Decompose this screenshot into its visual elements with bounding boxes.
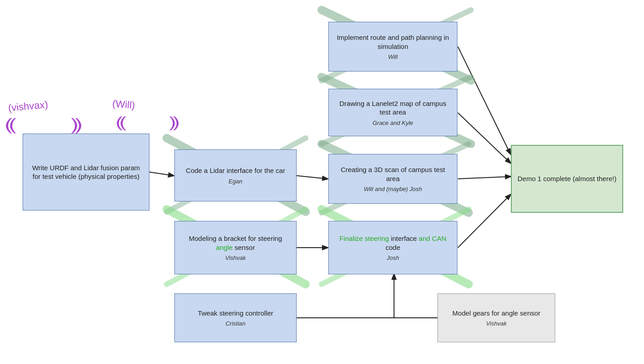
node-route-title: Implement route and path planning in sim… [334,33,452,51]
node-gears-author: Vishvak [486,320,506,327]
node-scan3d: Creating a 3D scan of campus test area W… [328,154,457,204]
node-route: Implement route and path planning in sim… [328,22,457,72]
node-lanelet-author: Grace and Kyle [373,120,413,126]
node-lanelet: Drawing a Lanelet2 map of campus test ar… [328,89,457,136]
node-lidar-title: Code a Lidar interface for the car [186,166,285,175]
node-bracket-title: Modeling a bracket for steering angle se… [180,234,291,252]
node-finalize-title: Finalize steering interface and CAN code [334,234,452,252]
node-tweak-title: Tweak steering controller [198,309,274,318]
svg-line-3 [458,113,510,163]
bracket-will-left: ⸨ [115,115,127,129]
node-bracket-green: angle [216,244,233,251]
node-demo: Demo 1 complete (almost there!) [511,145,623,213]
node-finalize-author: Josh [387,254,399,261]
annotation-vishvax: (vishvax) [8,99,48,114]
node-finalize-green2: steering [365,235,389,242]
svg-line-4 [458,177,510,179]
node-lanelet-title: Drawing a Lanelet2 map of campus test ar… [334,99,452,117]
bracket-will-right: ⸩ [168,115,180,129]
annotation-will: (Will) [112,98,135,111]
node-tweak-author: Cristian [226,320,245,327]
node-bracket: Modeling a bracket for steering angle se… [174,221,297,274]
bracket-vishvax-right: ⸩ [70,116,83,133]
bracket-vishvax-left: ⸨ [5,116,17,133]
canvas: (vishvax) ⸨ ⸩ (Will) ⸨ ⸩ Write URDF and … [0,0,644,364]
node-scan3d-author: Will and (maybe) Josh [364,186,422,192]
svg-line-2 [458,47,510,154]
node-bracket-author: Vishvak [225,254,245,261]
svg-line-6 [458,195,510,248]
node-finalize-green1: Finalize [340,235,363,242]
node-scan3d-title: Creating a 3D scan of campus test area [334,165,452,183]
node-gears-title: Model gears for angle sensor [452,309,540,318]
node-urdf-title: Write URDF and Lidar fusion param for te… [29,163,144,181]
svg-line-0 [149,172,173,176]
node-finalize: Finalize steering interface and CAN code… [328,221,457,274]
node-urdf: Write URDF and Lidar fusion param for te… [23,134,149,211]
node-lidar: Code a Lidar interface for the car Egan [174,149,297,201]
node-lidar-author: Egan [229,178,242,185]
node-route-author: Will [388,53,398,60]
node-finalize-green3: and CAN [419,235,447,242]
node-gears: Model gears for angle sensor Vishvak [437,293,555,342]
node-demo-title: Demo 1 complete (almost there!) [518,174,616,183]
svg-line-1 [297,176,327,179]
node-tweak: Tweak steering controller Cristian [174,293,297,342]
